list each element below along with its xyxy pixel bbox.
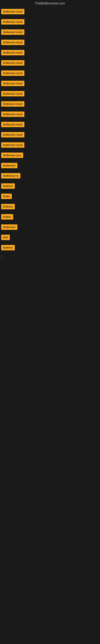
bottleneck-result-badge[interactable]: Bottleneck result bbox=[1, 142, 24, 148]
vertical-mark: | bbox=[0, 254, 3, 258]
bottleneck-row: Bottleneck result bbox=[0, 120, 100, 130]
bottleneck-row: Bottleneck result bbox=[0, 7, 100, 17]
bottleneck-row: Bottleneck result bbox=[0, 89, 100, 99]
bottleneck-result-badge[interactable]: Bottleneck result bbox=[1, 9, 24, 14]
bottleneck-result-badge[interactable]: Bottleneck bbox=[1, 163, 17, 168]
bottleneck-row: Bottlen bbox=[0, 212, 100, 222]
bottleneck-result-badge[interactable]: Bottleneck result bbox=[1, 81, 24, 86]
bottleneck-result-badge[interactable]: Bottleneck result bbox=[1, 112, 24, 117]
bottleneck-row: Bottleneck result bbox=[0, 17, 100, 27]
bottleneck-result-badge[interactable]: Bottleneck result bbox=[1, 30, 24, 35]
bottleneck-result-badge[interactable]: Bottleneck result bbox=[1, 70, 24, 76]
bottleneck-row: Bottleneck result bbox=[0, 110, 100, 120]
bottleneck-row: Bottlene bbox=[0, 202, 100, 212]
bottleneck-row: Bottleneck result bbox=[0, 99, 100, 110]
bottleneck-result-badge[interactable]: Bottleneck result bbox=[1, 91, 24, 96]
bottleneck-row: Bottleneck result bbox=[0, 58, 100, 68]
bottleneck-row: Bottleneck result bbox=[0, 79, 100, 89]
bottleneck-row: Bottleneck result bbox=[0, 130, 100, 140]
bottleneck-result-badge[interactable]: Bottleneck result bbox=[1, 19, 24, 24]
site-title: TheBottlenecker.com bbox=[0, 0, 100, 7]
bottleneck-row: Bottleneck resu bbox=[0, 150, 100, 161]
bottleneck-result-badge[interactable]: Bottleneck result bbox=[1, 40, 24, 45]
bottleneck-row: Bottleneck result bbox=[0, 27, 100, 38]
bottleneck-result-badge[interactable]: Bottleneck result bbox=[1, 132, 24, 138]
bottleneck-result-badge[interactable]: Bottleneck result bbox=[1, 60, 24, 66]
bottleneck-row: Bottlene bbox=[0, 181, 100, 192]
ellipsis-text: ... bbox=[0, 300, 4, 305]
bottleneck-result-badge[interactable]: Bottlen bbox=[1, 214, 13, 220]
bottleneck-row: Bottlene bbox=[0, 243, 100, 253]
separator-mark: | bbox=[0, 253, 100, 259]
bottleneck-result-badge[interactable]: Bottleneck re bbox=[1, 173, 20, 178]
bottleneck-row: Bottle bbox=[0, 192, 100, 202]
bottleneck-result-badge[interactable]: Bottleneck bbox=[1, 224, 17, 230]
bottleneck-result-badge[interactable]: Bottlene bbox=[1, 204, 15, 209]
bottleneck-result-badge[interactable]: Bottlene bbox=[1, 183, 15, 189]
ellipsis-mark: ... bbox=[0, 300, 100, 306]
bottleneck-row: Bottleneck bbox=[0, 222, 100, 233]
bottleneck-row: Bottleneck result bbox=[0, 140, 100, 150]
bottleneck-result-badge[interactable]: Bottleneck result bbox=[1, 101, 24, 107]
bottleneck-result-badge[interactable]: Bottleneck resu bbox=[1, 152, 23, 158]
bottleneck-result-badge[interactable]: Bott bbox=[1, 235, 10, 240]
bottleneck-row: Bottleneck result bbox=[0, 68, 100, 79]
bottleneck-row: Bottleneck bbox=[0, 161, 100, 171]
bottleneck-row: Bottleneck re bbox=[0, 171, 100, 181]
bottleneck-row: Bottleneck result bbox=[0, 38, 100, 48]
bottleneck-row: Bott bbox=[0, 233, 100, 243]
bottleneck-result-badge[interactable]: Bottle bbox=[1, 194, 12, 199]
bottleneck-row: Bottleneck result bbox=[0, 48, 100, 58]
site-title-text: TheBottlenecker.com bbox=[35, 2, 65, 5]
bottleneck-result-badge[interactable]: Bottleneck result bbox=[1, 50, 24, 55]
bottleneck-result-badge[interactable]: Bottlene bbox=[1, 245, 15, 250]
bottleneck-result-badge[interactable]: Bottleneck result bbox=[1, 122, 24, 127]
